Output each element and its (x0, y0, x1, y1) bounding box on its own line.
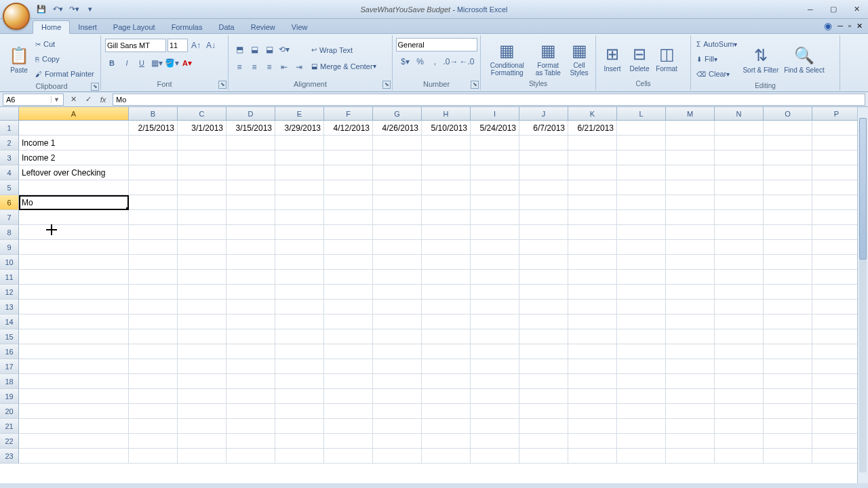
cell[interactable] (324, 150, 373, 165)
close-button[interactable]: ✕ (848, 3, 865, 16)
cell[interactable] (666, 210, 715, 225)
wrap-text-button[interactable]: ↩ Wrap Text (309, 43, 379, 57)
cell[interactable] (19, 374, 129, 389)
cell[interactable] (178, 374, 226, 389)
cell[interactable] (324, 419, 373, 434)
format-cells-button[interactable]: ◫Format (653, 42, 680, 74)
cell[interactable] (519, 195, 568, 210)
align-left-icon[interactable]: ≡ (233, 60, 246, 74)
cell[interactable] (324, 285, 373, 300)
formula-input[interactable] (113, 94, 865, 106)
cell[interactable] (129, 449, 178, 464)
cell[interactable] (812, 344, 861, 359)
cell[interactable] (178, 449, 226, 464)
cell[interactable] (373, 165, 422, 180)
cell[interactable] (178, 210, 226, 225)
cell[interactable] (617, 419, 666, 434)
column-header[interactable]: D (226, 107, 275, 121)
cell[interactable] (19, 180, 129, 195)
cell[interactable] (471, 404, 519, 419)
copy-button[interactable]: ⎘ Copy (33, 52, 97, 66)
column-header[interactable]: N (715, 107, 764, 121)
row-header[interactable]: 16 (0, 344, 19, 359)
cell[interactable] (764, 344, 812, 359)
percent-icon[interactable]: % (413, 55, 427, 68)
scroll-thumb[interactable] (859, 118, 867, 260)
cell[interactable] (226, 419, 275, 434)
cell[interactable] (471, 270, 519, 285)
cell[interactable] (129, 300, 178, 314)
cell[interactable] (764, 121, 812, 136)
cell[interactable] (812, 434, 861, 449)
row-header[interactable]: 1 (0, 121, 19, 136)
cell[interactable] (324, 329, 373, 344)
cell[interactable] (178, 314, 226, 329)
cell[interactable] (275, 180, 324, 195)
cell[interactable] (275, 195, 324, 210)
sort-filter-button[interactable]: ⇅Sort & Filter (740, 43, 781, 75)
cell[interactable] (275, 419, 324, 434)
cell[interactable] (226, 389, 275, 404)
cell[interactable] (471, 389, 519, 404)
cell[interactable] (129, 389, 178, 404)
vertical-scrollbar[interactable] (857, 107, 868, 483)
cell[interactable] (568, 285, 617, 300)
cell[interactable] (373, 389, 422, 404)
cell[interactable] (617, 165, 666, 180)
cell[interactable] (19, 285, 129, 300)
cell[interactable] (275, 285, 324, 300)
cell[interactable] (568, 374, 617, 389)
cell[interactable] (129, 165, 178, 180)
cell[interactable] (373, 210, 422, 225)
cell[interactable] (617, 374, 666, 389)
cell[interactable] (324, 255, 373, 270)
minimize-button[interactable]: ─ (802, 3, 819, 16)
cell[interactable] (812, 359, 861, 374)
cell[interactable] (666, 285, 715, 300)
cell[interactable] (226, 434, 275, 449)
cell[interactable] (617, 225, 666, 240)
cell[interactable] (129, 150, 178, 165)
cell[interactable] (568, 255, 617, 270)
cell[interactable] (764, 150, 812, 165)
cell[interactable] (422, 329, 471, 344)
cell[interactable] (226, 300, 275, 314)
column-header[interactable]: G (373, 107, 422, 121)
cell[interactable] (422, 434, 471, 449)
cell[interactable] (471, 180, 519, 195)
clipboard-launcher[interactable]: ⬊ (91, 83, 99, 91)
cell[interactable] (324, 389, 373, 404)
cell[interactable] (568, 136, 617, 150)
font-color-button[interactable]: A▾ (180, 56, 194, 70)
alignment-launcher[interactable]: ⬊ (382, 81, 391, 89)
cell[interactable]: 5/10/2013 (422, 121, 471, 136)
row-header[interactable]: 2 (0, 136, 19, 150)
paste-button[interactable]: 📋 Paste (5, 43, 33, 75)
cell[interactable]: 4/12/2013 (324, 121, 373, 136)
column-header[interactable]: F (324, 107, 373, 121)
cell[interactable] (324, 180, 373, 195)
decrease-indent-icon[interactable]: ⇤ (277, 60, 291, 74)
cell[interactable] (178, 180, 226, 195)
cell[interactable] (373, 449, 422, 464)
cell[interactable] (275, 329, 324, 344)
cell[interactable] (617, 240, 666, 255)
cell[interactable] (324, 374, 373, 389)
cell[interactable] (275, 389, 324, 404)
cell[interactable] (617, 270, 666, 285)
cell[interactable] (275, 300, 324, 314)
cell[interactable] (422, 165, 471, 180)
cell[interactable] (764, 285, 812, 300)
cell[interactable] (715, 434, 764, 449)
cell[interactable] (715, 195, 764, 210)
cell[interactable] (812, 419, 861, 434)
cell[interactable] (19, 344, 129, 359)
cell[interactable] (324, 240, 373, 255)
cell[interactable] (373, 344, 422, 359)
cell[interactable] (178, 300, 226, 314)
cell[interactable] (19, 449, 129, 464)
cell[interactable] (812, 255, 861, 270)
cell[interactable] (471, 195, 519, 210)
cell[interactable] (812, 240, 861, 255)
column-header[interactable]: I (471, 107, 519, 121)
